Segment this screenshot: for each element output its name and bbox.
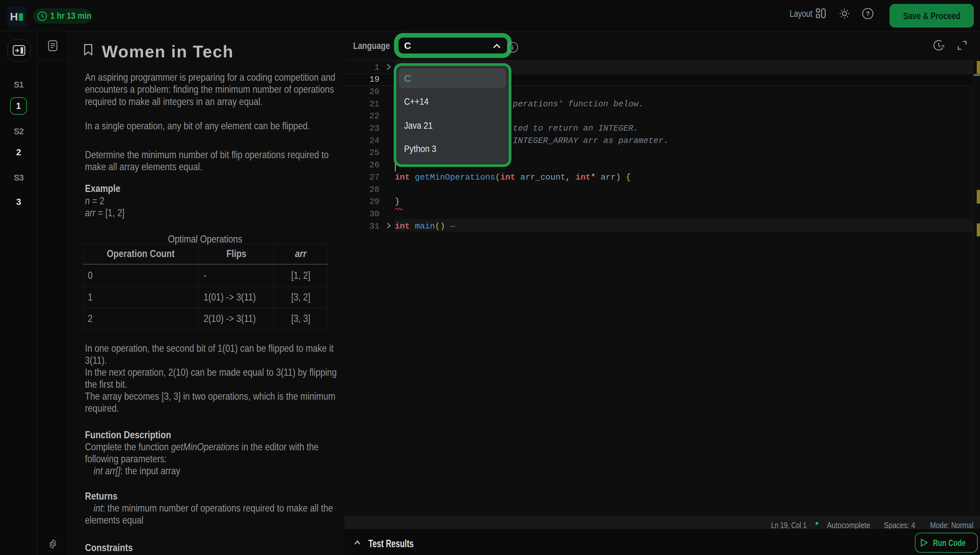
svg-text:i: i	[512, 44, 513, 51]
svg-text:?: ?	[866, 10, 870, 17]
